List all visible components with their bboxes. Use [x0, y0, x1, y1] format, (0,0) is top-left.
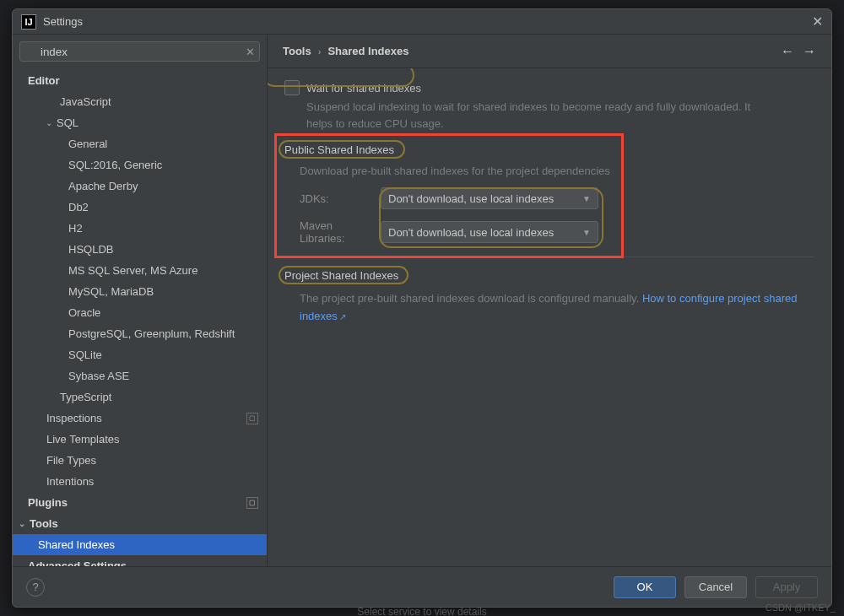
tree-sql-item[interactable]: H2	[13, 218, 267, 239]
breadcrumb-shared: Shared Indexes	[327, 45, 408, 57]
nav-back-icon[interactable]: ←	[781, 44, 794, 59]
search-input[interactable]	[19, 41, 260, 62]
maven-value: Don't download, use local indexes	[388, 226, 554, 239]
maven-label: Maven Libraries:	[300, 219, 381, 245]
tree-sql-item[interactable]: HSQLDB	[13, 239, 267, 260]
project-section: Project Shared Indexes The project pre-b…	[284, 269, 814, 326]
tree-shared-indexes[interactable]: Shared Indexes	[13, 534, 267, 555]
chevron-down-icon: ▼	[582, 228, 591, 237]
project-badge-icon: ▢	[246, 413, 258, 424]
clear-search-icon[interactable]: ✕	[246, 46, 255, 58]
apply-button[interactable]: Apply	[755, 576, 818, 598]
external-link-icon: ↗	[339, 312, 346, 322]
window-title: Settings	[43, 15, 83, 28]
tree-javascript[interactable]: JavaScript	[13, 91, 267, 112]
public-desc: Download pre-built shared indexes for th…	[300, 165, 814, 177]
app-icon: IJ	[21, 14, 36, 30]
breadcrumb: Tools › Shared Indexes ← →	[268, 35, 831, 68]
tree-file-types[interactable]: File Types	[13, 450, 267, 471]
tree-tools[interactable]: ⌄Tools	[13, 513, 267, 534]
tree-sql-item[interactable]: Apache Derby	[13, 176, 267, 197]
tree-sql-item[interactable]: SQLite	[13, 344, 267, 365]
help-icon[interactable]: ?	[26, 578, 45, 597]
titlebar: IJ Settings ✕	[13, 9, 831, 35]
jdks-value: Don't download, use local indexes	[388, 192, 554, 205]
tree-plugins[interactable]: Plugins▢	[13, 492, 267, 513]
footer: ? OK Cancel Apply	[13, 566, 831, 607]
tree-sql-item[interactable]: Db2	[13, 197, 267, 218]
tree-sql-item[interactable]: PostgreSQL, Greenplum, Redshift	[13, 323, 267, 344]
public-title: Public Shared Indexes	[284, 143, 394, 156]
tree-sql-item[interactable]: Oracle	[13, 302, 267, 323]
tree-advanced-settings[interactable]: Advanced Settings	[13, 555, 267, 566]
ok-button[interactable]: OK	[614, 576, 676, 598]
wait-label: Wait for shared indexes	[306, 82, 421, 95]
chevron-down-icon: ▼	[582, 194, 591, 203]
chevron-down-icon: ⌄	[16, 519, 28, 528]
project-description: The project pre-built shared indexes dow…	[300, 290, 814, 326]
tree-editor[interactable]: Editor	[13, 70, 267, 91]
tree-sql-item[interactable]: SQL:2016, Generic	[13, 154, 267, 176]
project-badge-icon: ▢	[246, 497, 258, 509]
chevron-down-icon: ⌄	[43, 118, 55, 127]
tree-typescript[interactable]: TypeScript	[13, 386, 267, 408]
cancel-button[interactable]: Cancel	[684, 576, 747, 598]
project-title: Project Shared Indexes	[284, 269, 398, 282]
wait-checkbox[interactable]	[284, 80, 300, 95]
main-panel: Tools › Shared Indexes ← → Wait for shar…	[268, 35, 831, 566]
separator	[284, 257, 814, 257]
tree-sql-item[interactable]: MySQL, MariaDB	[13, 281, 267, 302]
jdks-label: JDKs:	[300, 192, 381, 205]
close-icon[interactable]: ✕	[812, 14, 823, 30]
tree-inspections[interactable]: Inspections▢	[13, 408, 267, 429]
watermark: CSDN @ITKEY_	[766, 602, 836, 613]
jdks-dropdown[interactable]: Don't download, use local indexes ▼	[381, 187, 598, 209]
tree-live-templates[interactable]: Live Templates	[13, 429, 267, 450]
tree-sql[interactable]: ⌄SQL	[13, 112, 267, 133]
status-text: Select service to view details	[357, 606, 486, 616]
tree-sql-item[interactable]: General	[13, 133, 267, 154]
tree-sql-item[interactable]: MS SQL Server, MS Azure	[13, 260, 267, 281]
settings-tree[interactable]: Editor JavaScript ⌄SQL General SQL:2016,…	[13, 68, 267, 566]
public-section: Public Shared Indexes Download pre-built…	[284, 143, 814, 245]
settings-dialog: IJ Settings ✕ 🔍 ✕ Editor JavaScript ⌄SQL…	[12, 8, 832, 608]
maven-dropdown[interactable]: Don't download, use local indexes ▼	[381, 221, 598, 243]
chevron-right-icon: ›	[318, 46, 322, 57]
sidebar: 🔍 ✕ Editor JavaScript ⌄SQL General SQL:2…	[13, 35, 268, 566]
dialog-content: 🔍 ✕ Editor JavaScript ⌄SQL General SQL:2…	[13, 35, 831, 566]
breadcrumb-tools[interactable]: Tools	[283, 45, 311, 57]
wait-description: Suspend local indexing to wait for share…	[306, 99, 762, 132]
tree-intentions[interactable]: Intentions	[13, 471, 267, 492]
settings-panel: Wait for shared indexes Suspend local in…	[268, 68, 831, 566]
tree-sql-item[interactable]: Sybase ASE	[13, 365, 267, 386]
nav-forward-icon[interactable]: →	[803, 44, 816, 59]
